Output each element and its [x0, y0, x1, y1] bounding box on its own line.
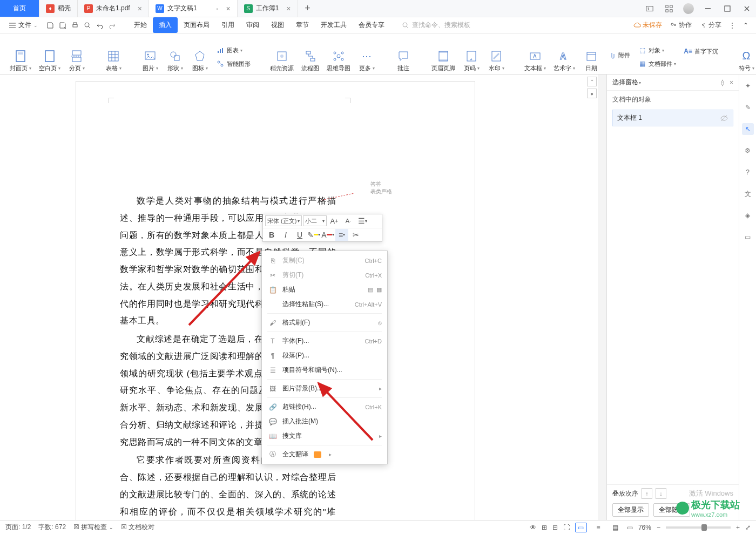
zoom-slider[interactable]: [666, 526, 731, 529]
translate-icon[interactable]: 文: [742, 188, 754, 200]
more-icon[interactable]: ⋮: [729, 22, 735, 29]
window-minimize[interactable]: [699, 0, 717, 17]
comment-button[interactable]: 批注: [394, 48, 413, 73]
undo-icon[interactable]: [94, 19, 106, 31]
vertical-scrollbar[interactable]: [598, 75, 606, 520]
date-button[interactable]: 日期: [582, 48, 601, 73]
image-button[interactable]: 图片: [140, 48, 160, 73]
align-icon[interactable]: ≡▾: [335, 229, 348, 241]
tab-word[interactable]: W 文字文稿1 ▫ ×: [149, 0, 238, 17]
highlight-icon[interactable]: ✎▾: [307, 229, 320, 241]
ctx-translate[interactable]: Ⓐ全文翻译▸: [262, 447, 387, 462]
apps-icon[interactable]: [660, 0, 678, 17]
ctx-insert-comment[interactable]: 💬插入批注(M): [262, 414, 387, 429]
close-icon[interactable]: ×: [286, 4, 291, 13]
save-as-icon[interactable]: [57, 19, 69, 31]
cursor-icon[interactable]: ↖: [742, 123, 754, 135]
symbol-button[interactable]: Ω符号: [737, 48, 756, 73]
header-footer-button[interactable]: 页眉页脚: [430, 48, 456, 73]
ctx-bullets[interactable]: ☰项目符号和编号(N)...: [262, 363, 387, 377]
close-pane-icon[interactable]: ×: [730, 79, 733, 86]
show-all-button[interactable]: 全部显示: [612, 503, 649, 517]
share-button[interactable]: 分享: [699, 21, 721, 30]
shape-button[interactable]: 形状: [165, 48, 185, 73]
more-button[interactable]: ⋯更多: [357, 48, 376, 73]
docpart-button[interactable]: ▦文档部件: [637, 58, 677, 70]
page-break-button[interactable]: 分页: [67, 48, 86, 73]
tab-layout[interactable]: 页面布局: [178, 17, 215, 33]
zoom-value[interactable]: 76%: [638, 524, 651, 531]
ctx-hyperlink[interactable]: 🔗超链接(H)...Ctrl+K: [262, 400, 387, 414]
pen-icon[interactable]: ✎: [742, 102, 754, 113]
tab-start[interactable]: 开始: [128, 17, 153, 33]
preview-icon[interactable]: [82, 19, 93, 31]
move-down-button[interactable]: ↓: [656, 488, 666, 499]
zoom-out-button[interactable]: −: [657, 524, 660, 531]
font-family-combo[interactable]: 宋体 (正文)▾: [265, 215, 302, 226]
grow-font-icon[interactable]: A+: [328, 215, 341, 227]
comment-balloon[interactable]: 答答 表类严格: [370, 180, 392, 195]
zoom-in-button[interactable]: +: [736, 524, 740, 531]
unsaved-indicator[interactable]: 未保存: [633, 21, 662, 30]
redo-icon[interactable]: [106, 19, 118, 31]
textbox-button[interactable]: A文本框: [523, 48, 547, 73]
help-icon[interactable]: ?: [742, 166, 754, 178]
attach-button[interactable]: 附件: [606, 50, 631, 62]
ctx-picture-bg[interactable]: 🖼图片背景(B)...▸: [262, 381, 387, 396]
move-up-button[interactable]: ↑: [642, 488, 652, 499]
ctx-paste[interactable]: 📋粘贴▤▦: [262, 282, 387, 297]
ctx-paste-special[interactable]: 选择性粘贴(S)...Ctrl+Alt+V: [262, 297, 387, 312]
collab-button[interactable]: 协作: [670, 21, 692, 30]
collapse-ribbon-icon[interactable]: ⌃: [743, 22, 748, 29]
ctx-format-painter[interactable]: 🖌格式刷(F)⎋: [262, 315, 387, 330]
view-page-icon[interactable]: ▭: [575, 523, 587, 532]
ctx-copy[interactable]: ⎘复制(C)Ctrl+C: [262, 253, 387, 268]
close-icon[interactable]: ×: [138, 4, 142, 13]
view-outline-icon[interactable]: ≡: [592, 523, 604, 532]
tab-devtools[interactable]: 开发工具: [315, 17, 353, 33]
line-spacing-icon[interactable]: ☰▾: [356, 215, 369, 227]
close-icon[interactable]: ×: [226, 4, 230, 13]
sparkle-icon[interactable]: ✦: [742, 80, 754, 92]
ctx-search-library[interactable]: 📖搜文库▸: [262, 429, 387, 443]
ctx-font[interactable]: T字体(F)...Ctrl+D: [262, 334, 387, 348]
tab-references[interactable]: 引用: [215, 17, 240, 33]
fullscreen-icon[interactable]: ⛶: [563, 524, 570, 531]
tab-chapter[interactable]: 章节: [290, 17, 315, 33]
nav-up-icon[interactable]: ⌃: [587, 77, 597, 86]
tab-vip[interactable]: 会员专享: [353, 17, 390, 33]
page-indicator[interactable]: 页面: 1/2: [5, 523, 31, 532]
save-icon[interactable]: [44, 19, 56, 31]
wordart-button[interactable]: A艺术字: [552, 48, 576, 73]
object-item[interactable]: 文本框 1: [612, 110, 733, 126]
print-icon[interactable]: [69, 19, 81, 31]
ctx-paragraph[interactable]: ¶段落(P)...: [262, 348, 387, 363]
asset-button[interactable]: 稻壳资源: [269, 48, 295, 73]
table-button[interactable]: 表格: [104, 48, 123, 73]
tab-insert[interactable]: 插入: [153, 17, 178, 33]
tab-view[interactable]: 视图: [265, 17, 290, 33]
grid-icon[interactable]: ⊞: [542, 524, 547, 531]
expand-icon[interactable]: ⤢: [745, 524, 751, 531]
proofread-toggle[interactable]: ☒ 文档校对: [121, 523, 154, 532]
mindmap-button[interactable]: 思维导图: [326, 48, 352, 73]
page-number-button[interactable]: #页码: [462, 48, 481, 73]
avatar[interactable]: [679, 0, 698, 17]
watermark-button[interactable]: 水印: [487, 48, 506, 73]
underline-icon[interactable]: U: [293, 229, 306, 241]
smartart-button[interactable]: 智能图形: [215, 58, 252, 70]
grid-icon[interactable]: 1: [640, 0, 659, 17]
dropcap-button[interactable]: A≡首字下沉: [683, 45, 719, 57]
file-menu[interactable]: 文件 ⌄: [3, 18, 43, 32]
clip-icon[interactable]: ◈: [742, 209, 754, 221]
tab-home[interactable]: 首页: [0, 0, 39, 17]
tab-sheet[interactable]: S 工作簿1 ×: [238, 0, 298, 17]
window-maximize[interactable]: [718, 0, 737, 17]
tab-pdf[interactable]: P 未命名1.pdf ×: [78, 0, 149, 17]
flowchart-button[interactable]: 流程图: [300, 48, 320, 73]
view-web-icon[interactable]: ▤: [610, 523, 622, 532]
cover-page-button[interactable]: 封面页: [9, 48, 32, 73]
chart-button[interactable]: 图表: [215, 44, 252, 56]
spellcheck-toggle[interactable]: ☒ 拼写检查 ⌄: [73, 523, 113, 532]
font-color-icon[interactable]: A▾: [321, 229, 334, 241]
